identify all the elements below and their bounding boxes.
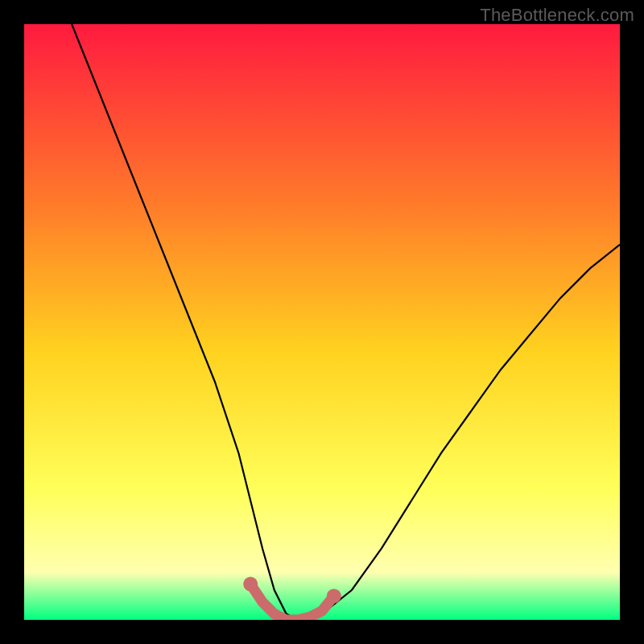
plot-area [24, 24, 620, 620]
gradient-background [24, 24, 620, 620]
highlight-endpoint-right [327, 588, 341, 603]
chart-svg [24, 24, 620, 620]
watermark-label: TheBottleneck.com [480, 5, 634, 26]
chart-frame: TheBottleneck.com [0, 0, 644, 644]
highlight-endpoint-left [243, 577, 258, 592]
